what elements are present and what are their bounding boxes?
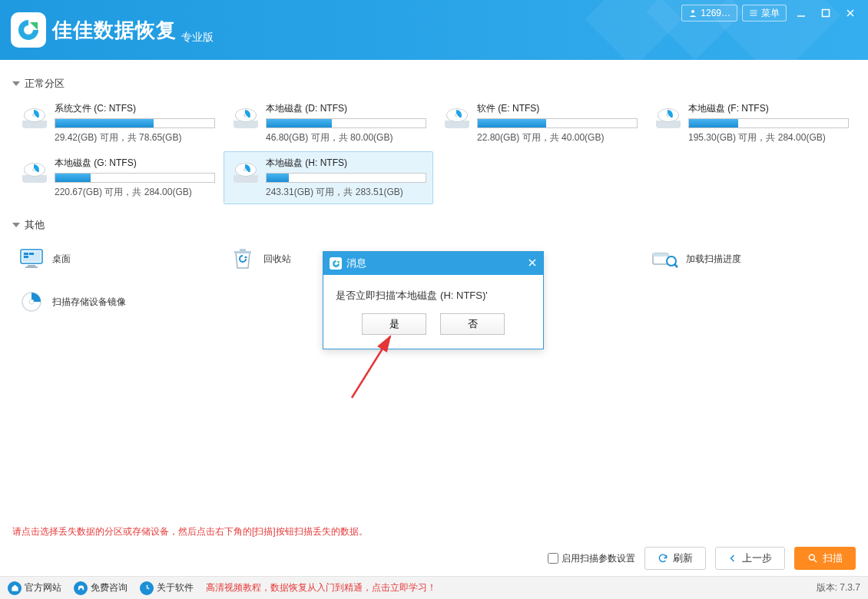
user-icon (688, 8, 697, 18)
svg-point-0 (691, 10, 694, 13)
partition-name: 软件 (E: NTFS) (477, 102, 638, 115)
prev-step-button[interactable]: 上一步 (715, 547, 785, 570)
headset-icon (74, 581, 88, 595)
footer-link-site[interactable]: 官方网站 (8, 581, 61, 595)
minimize-button[interactable] (791, 5, 811, 22)
info-icon (140, 581, 154, 595)
home-icon (8, 581, 22, 595)
enable-scan-params[interactable]: 启用扫描参数设置 (548, 552, 635, 565)
app-header: 佳佳数据恢复 专业版 1269… 菜单 (0, 0, 868, 60)
menu-button[interactable]: 菜单 (742, 5, 787, 22)
drive-icon (442, 102, 472, 133)
chevron-left-icon (728, 554, 737, 563)
chevron-down-icon (12, 81, 20, 86)
drive-icon (230, 102, 261, 133)
usage-bar (266, 118, 426, 128)
svg-rect-10 (240, 249, 246, 251)
usage-bar (55, 118, 215, 128)
usage-bar (688, 118, 849, 128)
footer-link-consult[interactable]: 免费咨询 (74, 581, 128, 595)
partition-name: 本地磁盘 (H: NTFS) (266, 157, 426, 170)
other-item-label: 桌面 (52, 253, 71, 266)
svg-point-15 (29, 300, 34, 304)
partition-name: 本地磁盘 (G: NTFS) (55, 157, 215, 170)
partition-stats: 29.42(GB) 可用，共 78.65(GB) (55, 131, 215, 144)
footer-link-about[interactable]: 关于软件 (140, 581, 194, 595)
action-bar: 启用扫描参数设置 刷新 上一步 扫描 (548, 547, 856, 570)
app-title: 佳佳数据恢复 (52, 17, 177, 44)
partition-item[interactable]: 本地磁盘 (G: NTFS) 220.67(GB) 可用，共 284.00(GB… (12, 151, 222, 204)
section-title-other[interactable]: 其他 (12, 218, 856, 232)
drive-icon (19, 102, 50, 133)
chevron-down-icon (12, 223, 20, 227)
dialog-icon (330, 257, 342, 270)
maximize-button[interactable] (816, 5, 836, 22)
svg-rect-8 (25, 266, 38, 268)
minimize-icon (797, 8, 806, 18)
drive-icon (230, 157, 261, 187)
recycle-icon (230, 246, 256, 272)
desktop-icon (18, 246, 45, 272)
drive-icon (653, 102, 684, 133)
close-icon (528, 258, 537, 267)
other-item-scan-image[interactable]: 扫描存储设备镜像 (12, 281, 222, 323)
maximize-icon (821, 8, 830, 18)
svg-rect-5 (24, 256, 28, 258)
svg-rect-12 (653, 253, 668, 256)
partition-item[interactable]: 系统文件 (C: NTFS) 29.42(GB) 可用，共 78.65(GB) (12, 97, 222, 150)
svg-rect-7 (28, 265, 35, 266)
section-title-partitions[interactable]: 正常分区 (12, 77, 856, 91)
footer: 官方网站 免费咨询 关于软件 高清视频教程，数据恢复从入门到精通，点击立即学习！… (0, 576, 868, 599)
other-item-desktop[interactable]: 桌面 (12, 238, 222, 280)
usage-bar (477, 118, 638, 128)
user-badge[interactable]: 1269… (681, 5, 737, 22)
partition-item[interactable]: 软件 (E: NTFS) 22.80(GB) 可用，共 40.00(GB) (435, 97, 644, 150)
confirm-dialog: 消息 是否立即扫描'本地磁盘 (H: NTFS)' 是 否 (323, 251, 544, 349)
usage-bar (266, 173, 426, 183)
partition-stats: 220.67(GB) 可用，共 284.00(GB) (55, 186, 215, 199)
load-progress-icon (652, 246, 678, 272)
svg-rect-4 (24, 253, 28, 255)
instruction-tip: 请点击选择丢失数据的分区或存储设备，然后点击右下角的[扫描]按钮扫描丢失的数据。 (12, 525, 368, 538)
other-item-label: 加载扫描进度 (686, 253, 741, 266)
drive-icon (19, 157, 50, 187)
other-item-label: 扫描存储设备镜像 (52, 296, 126, 309)
app-edition: 专业版 (181, 31, 214, 60)
dialog-title: 消息 (346, 256, 366, 270)
partition-name: 本地磁盘 (D: NTFS) (266, 102, 426, 115)
window-controls: 1269… 菜单 (681, 5, 860, 22)
svg-rect-6 (29, 253, 34, 255)
partition-stats: 46.80(GB) 可用，共 80.00(GB) (266, 131, 426, 144)
svg-point-16 (809, 554, 814, 560)
svg-rect-1 (823, 10, 830, 17)
scan-button[interactable]: 扫描 (794, 547, 856, 570)
partition-stats: 22.80(GB) 可用，共 40.00(GB) (477, 131, 638, 144)
partition-name: 本地磁盘 (F: NTFS) (688, 102, 849, 115)
svg-rect-9 (234, 251, 251, 253)
partition-name: 系统文件 (C: NTFS) (55, 102, 215, 115)
partition-stats: 195.30(GB) 可用，共 284.00(GB) (688, 131, 849, 144)
dialog-no-button[interactable]: 否 (440, 313, 505, 335)
enable-scan-params-checkbox[interactable] (548, 553, 558, 564)
partition-stats: 243.31(GB) 可用，共 283.51(GB) (266, 186, 426, 199)
close-button[interactable] (840, 5, 860, 22)
dialog-yes-button[interactable]: 是 (362, 313, 426, 335)
footer-tutorial-link[interactable]: 高清视频教程，数据恢复从入门到精通，点击立即学习！ (206, 581, 436, 594)
partition-item[interactable]: 本地磁盘 (D: NTFS) 46.80(GB) 可用，共 80.00(GB) (224, 97, 433, 150)
partition-item[interactable]: 本地磁盘 (F: NTFS) 195.30(GB) 可用，共 284.00(GB… (646, 97, 856, 150)
refresh-icon (658, 553, 668, 564)
other-item-load-progress[interactable]: 加载扫描进度 (646, 238, 856, 280)
logo-icon (11, 12, 46, 48)
search-icon (807, 553, 818, 564)
scan-image-icon (18, 289, 45, 315)
section-partitions: 正常分区 系统文件 (C: NTFS) 29.42(GB) 可用，共 78.65… (12, 77, 856, 204)
usage-bar (55, 173, 215, 183)
partition-item[interactable]: 本地磁盘 (H: NTFS) 243.31(GB) 可用，共 283.51(GB… (224, 151, 433, 204)
dialog-titlebar[interactable]: 消息 (323, 252, 543, 275)
dialog-close-button[interactable] (528, 258, 537, 270)
dialog-message: 是否立即扫描'本地磁盘 (H: NTFS)' (323, 275, 543, 313)
menu-icon (749, 8, 758, 18)
refresh-button[interactable]: 刷新 (644, 547, 706, 570)
close-icon (846, 8, 855, 18)
other-item-label: 回收站 (263, 253, 291, 266)
